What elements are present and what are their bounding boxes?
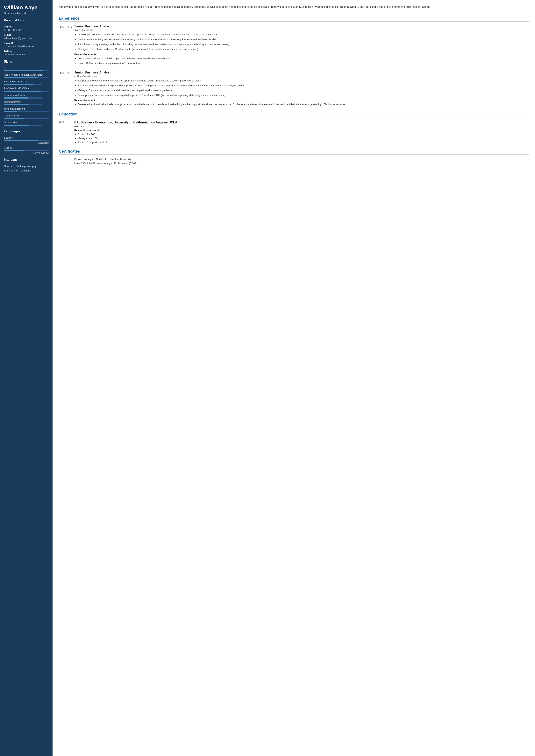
- skill-bar-dark: [42, 84, 49, 85]
- language-bar-fill: [4, 150, 24, 151]
- exp-date: 2016 - 2017: [59, 25, 74, 66]
- skill-name: Communication: [4, 100, 49, 103]
- summary-divider: [59, 13, 529, 13]
- achievement-item: Led a team assigned to a $5M project tha…: [78, 57, 529, 61]
- coursework-item: Management 180: [78, 136, 529, 141]
- exp-company: Xytras Media Inc.: [74, 29, 529, 32]
- skill-bar-fill: [4, 77, 38, 78]
- experience-heading: Experience: [59, 16, 529, 22]
- sidebar: William Kaye Business Analyst Personal I…: [0, 0, 52, 756]
- exp-bullet-item: Drove process improvement and managed al…: [78, 93, 529, 97]
- certificate-text: Business Analytics Certificate—Stanford …: [74, 158, 131, 161]
- education-heading: Education: [59, 112, 529, 118]
- skill-bar: [4, 124, 49, 126]
- language-level: Conversational: [4, 151, 49, 154]
- coursework-item: Economics 106: [78, 132, 529, 136]
- skill-bar-dark: [42, 97, 49, 98]
- exp-content: Senior Business AnalystXytras Media Inc.…: [74, 25, 529, 66]
- skill-bar: [4, 111, 49, 112]
- exp-date: 2014 - 2016: [59, 71, 74, 107]
- exp-bullet-item: Worked collaboratively with team members…: [78, 38, 529, 41]
- skill-bar-fill: [4, 91, 41, 92]
- info-value: william.kaye@gmail.com: [4, 37, 49, 40]
- skill-bar-dark: [42, 104, 49, 105]
- achievements-label: Key achievements:: [74, 53, 529, 56]
- info-value: +1-421-456-7878: [4, 29, 49, 32]
- language-name: German: [4, 146, 49, 149]
- coursework-label: Relevant coursework:: [74, 129, 529, 132]
- summary-text: A motivated business analyst with 4+ yea…: [59, 5, 529, 9]
- skill-bar-fill: [4, 124, 29, 126]
- main-content: A motivated business analyst with 4+ yea…: [52, 0, 535, 756]
- certificate-text: Level 3 Certified Business Analysis Prof…: [74, 162, 137, 165]
- info-label: Phone: [4, 25, 49, 28]
- exp-bullets: Developed user stories and to-be process…: [74, 33, 529, 51]
- exp-company: LaBeouf & Wheaton: [74, 75, 529, 78]
- skill-bar-fill: [4, 111, 17, 112]
- exp-content: Junior Business AnalystLaBeouf & Wheaton…: [74, 71, 529, 107]
- skill-bar: [4, 118, 49, 119]
- achievements-bullets: Led a team assigned to a $5M project tha…: [74, 57, 529, 66]
- education-list: 2008BA, Business Economics, University o…: [59, 121, 529, 145]
- edu-content: BA, Business Economics, University of Ca…: [74, 121, 529, 145]
- language-bar-fill: [4, 140, 38, 141]
- exp-title: Senior Business Analyst: [74, 25, 529, 28]
- skill-name: Time management: [4, 107, 49, 110]
- interest-item: Genchi Genbutsu philosophy: [4, 165, 49, 168]
- exp-bullet-item: Engaged and worked with 3 aligned teams …: [78, 84, 529, 88]
- skill-bar: [4, 70, 49, 71]
- skill-bar-dark: [42, 124, 49, 126]
- skills-heading: Skills: [4, 60, 49, 64]
- exp-bullet-item: Managed 5 concurrent projects and drove …: [78, 89, 529, 93]
- skill-bar-fill: [4, 97, 29, 98]
- edu-date: 2008: [59, 121, 74, 145]
- candidate-name: William Kaye: [4, 5, 49, 11]
- exp-bullet-item: Developed user stories and to-be process…: [78, 33, 529, 37]
- language-name: Spanish: [4, 136, 49, 139]
- info-label: E-mail: [4, 34, 49, 36]
- exp-bullet-item: Participated in key meetings with client…: [78, 42, 529, 46]
- skill-bar: [4, 97, 49, 98]
- edu-gpa: GPA: 3.9: [74, 125, 529, 128]
- info-value: twitter.com/williamk: [4, 53, 49, 56]
- skills-list: SQLRequirement elicitation (JAD, BRD)BRM…: [4, 67, 49, 126]
- info-label: Twitter: [4, 50, 49, 53]
- certificate-row: Level 3 Certified Business Analysis Prof…: [59, 162, 529, 165]
- language-level: Advanced: [4, 142, 49, 144]
- personal-info-heading: Personal Info: [4, 19, 49, 23]
- experience-row: 2014 - 2016Junior Business AnalystLaBeou…: [59, 71, 529, 107]
- skill-bar: [4, 104, 49, 105]
- skill-name: Requirement elicitation (JAD, BRD): [4, 73, 49, 76]
- candidate-title: Business Analyst: [4, 12, 49, 15]
- skill-bar-fill: [4, 70, 43, 71]
- skill-name: Interpersonal skills: [4, 94, 49, 96]
- coursework-bullets: Economics 106Management 180English Compo…: [74, 132, 529, 145]
- interests-list: Genchi Genbutsu philosophyRunning half-m…: [4, 165, 49, 172]
- cert-spacer: [59, 162, 74, 165]
- certificates-section: Certificates Business Analytics Certific…: [59, 149, 529, 165]
- skill-bar: [4, 84, 49, 85]
- achievement-item: Developed and maintained sales analytics…: [78, 102, 529, 107]
- skill-bar-fill: [4, 84, 33, 85]
- cert-spacer: [59, 158, 74, 161]
- skill-bar-fill: [4, 118, 24, 119]
- info-label: LinkedIn: [4, 41, 49, 44]
- language-row: SpanishAdvanced: [4, 136, 49, 144]
- skill-name: Proficient in MS Office: [4, 87, 49, 90]
- edu-title: BA, Business Economics, University of Ca…: [74, 121, 529, 124]
- language-bar: [4, 150, 49, 151]
- exp-bullets: Supported the development of sales and o…: [74, 79, 529, 97]
- experience-row: 2016 - 2017Senior Business AnalystXytras…: [59, 25, 529, 66]
- certificate-row: Business Analytics Certificate—Stanford …: [59, 158, 529, 161]
- interest-item: Running half-marathons: [4, 169, 49, 172]
- language-bar: [4, 140, 49, 141]
- languages-heading: Languages: [4, 130, 49, 134]
- experience-section: Experience 2016 - 2017Senior Business An…: [59, 16, 529, 107]
- education-section: Education 2008BA, Business Economics, Un…: [59, 112, 529, 145]
- coursework-item: English Composition 131B: [78, 141, 529, 145]
- exp-bullet-item: Configured Salesforce and other CRM prod…: [78, 47, 529, 51]
- education-row: 2008BA, Business Economics, University o…: [59, 121, 529, 145]
- achievements-bullets: Developed and maintained sales analytics…: [74, 102, 529, 107]
- personal-info-fields: Phone+1-421-456-7878E-mailwilliam.kaye@g…: [4, 25, 49, 56]
- achievement-item: Saved $0.5 million by redesigning a clie…: [78, 61, 529, 65]
